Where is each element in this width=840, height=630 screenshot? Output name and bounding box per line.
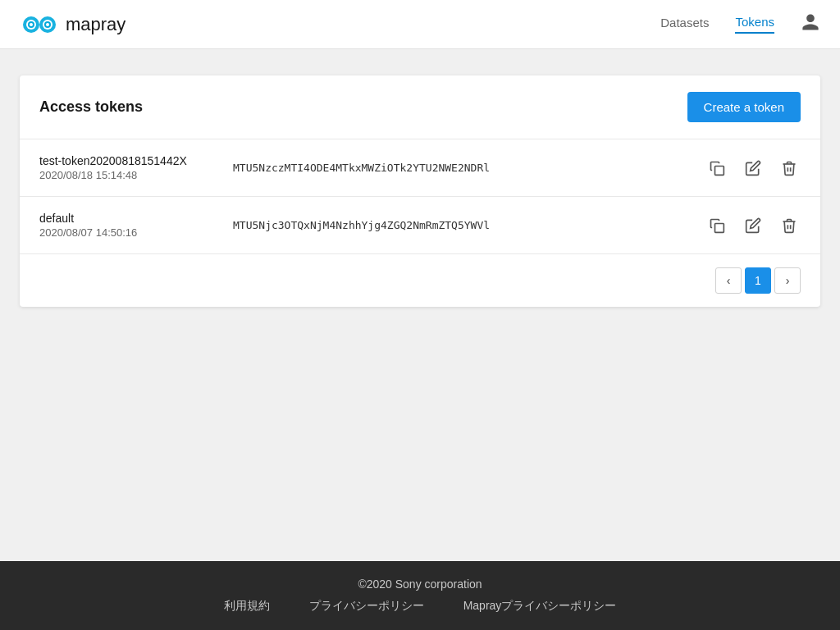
footer-links: 利用規約 プライバシーポリシー Maprayプライバシーポリシー	[20, 599, 820, 614]
nav-datasets[interactable]: Datasets	[660, 16, 709, 33]
svg-point-7	[46, 23, 49, 26]
user-icon[interactable]	[801, 12, 820, 37]
token-value-0: MTU5NzczMTI4ODE4MTkxMWZiOTk2YTU2NWE2NDRl	[220, 162, 705, 174]
token-info-0: test-token20200818151442X 2020/08/18 15:…	[39, 154, 220, 181]
edit-token-button-1[interactable]	[742, 214, 765, 237]
copy-token-button-0[interactable]	[705, 157, 728, 180]
footer-link-terms[interactable]: 利用規約	[224, 599, 270, 614]
copy-token-button-1[interactable]	[705, 214, 728, 237]
token-date-0: 2020/08/18 15:14:48	[39, 169, 220, 181]
nav-tokens[interactable]: Tokens	[735, 15, 774, 34]
delete-token-button-1[interactable]	[778, 214, 801, 237]
logo-icon	[20, 11, 59, 38]
main-content: Access tokens Create a token test-token2…	[0, 49, 840, 561]
token-row: default 2020/08/07 14:50:16 MTU5Njc3OTQx…	[20, 197, 820, 254]
access-tokens-card: Access tokens Create a token test-token2…	[20, 75, 820, 307]
main-nav: Datasets Tokens	[660, 12, 820, 37]
next-page-button[interactable]: ›	[774, 267, 801, 294]
token-list: test-token20200818151442X 2020/08/18 15:…	[20, 139, 820, 254]
logo-text: mapray	[66, 14, 126, 35]
token-info-1: default 2020/08/07 14:50:16	[39, 212, 220, 239]
token-date-1: 2020/08/07 14:50:16	[39, 226, 220, 239]
card-header: Access tokens Create a token	[20, 75, 820, 139]
prev-page-button[interactable]: ‹	[715, 267, 742, 294]
footer-link-mapray-privacy[interactable]: Maprayプライバシーポリシー	[463, 599, 617, 614]
svg-rect-9	[715, 223, 724, 232]
copyright: ©2020 Sony corporation	[20, 578, 820, 591]
footer: ©2020 Sony corporation 利用規約 プライバシーポリシー M…	[0, 561, 840, 630]
logo[interactable]: mapray	[20, 11, 126, 38]
edit-token-button-0[interactable]	[742, 157, 765, 180]
footer-link-privacy[interactable]: プライバシーポリシー	[309, 599, 424, 614]
token-actions-0	[705, 157, 801, 180]
pagination: ‹ 1 ›	[20, 254, 820, 307]
header: mapray Datasets Tokens	[0, 0, 840, 49]
delete-token-button-0[interactable]	[778, 157, 801, 180]
token-name-1: default	[39, 212, 220, 225]
create-token-button[interactable]: Create a token	[687, 92, 801, 122]
page-1-button[interactable]: 1	[745, 267, 771, 294]
svg-point-3	[30, 23, 33, 26]
token-row: test-token20200818151442X 2020/08/18 15:…	[20, 139, 820, 197]
svg-rect-8	[715, 166, 724, 175]
token-actions-1	[705, 214, 801, 237]
token-value-1: MTU5Njc3OTQxNjM4NzhhYjg4ZGQ2NmRmZTQ5YWVl	[220, 219, 705, 231]
token-name-0: test-token20200818151442X	[39, 154, 220, 167]
card-title: Access tokens	[39, 98, 143, 116]
